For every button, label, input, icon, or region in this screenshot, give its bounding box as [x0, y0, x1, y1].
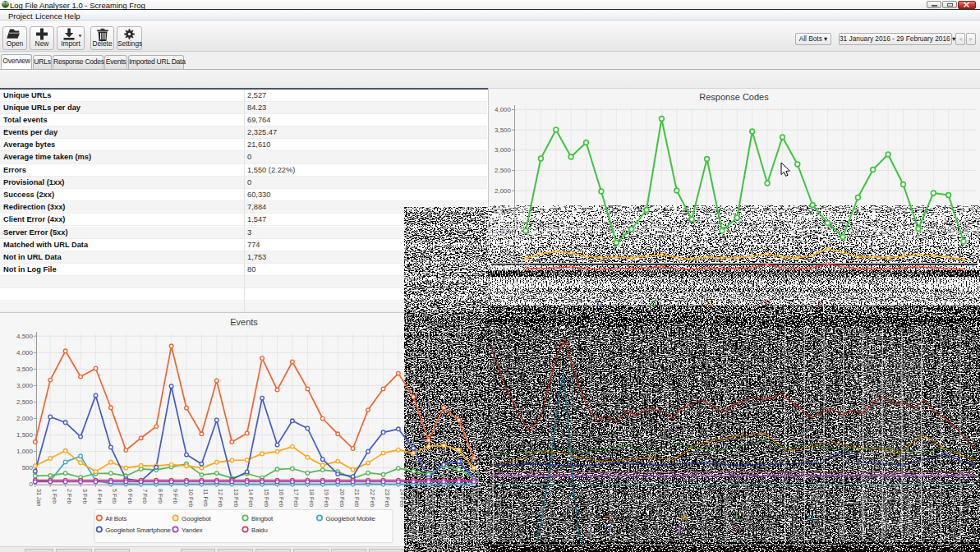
- svg-text:4,000: 4,000: [16, 349, 34, 356]
- svg-text:5 Feb: 5 Feb: [111, 489, 118, 504]
- svg-text:19 Feb: 19 Feb: [323, 489, 330, 507]
- svg-text:1,000: 1,000: [16, 448, 34, 455]
- svg-text:14 Feb: 14 Feb: [247, 489, 255, 507]
- svg-text:12 Feb: 12 Feb: [217, 489, 224, 507]
- svg-text:15 Feb: 15 Feb: [263, 489, 270, 507]
- svg-text:21 Feb: 21 Feb: [353, 489, 361, 507]
- svg-text:10 Feb: 10 Feb: [187, 489, 195, 507]
- svg-text:7 Feb: 7 Feb: [141, 489, 149, 504]
- svg-text:2,500: 2,500: [16, 398, 34, 406]
- svg-text:2,500: 2,500: [495, 167, 512, 174]
- svg-text:500: 500: [22, 464, 34, 472]
- svg-text:16 Feb: 16 Feb: [278, 489, 285, 507]
- svg-text:18 Feb: 18 Feb: [308, 489, 315, 507]
- svg-text:Yandex: Yandex: [182, 527, 203, 534]
- svg-text:4 Feb: 4 Feb: [96, 489, 104, 504]
- svg-text:23 Feb: 23 Feb: [384, 489, 391, 507]
- svg-text:11 Feb: 11 Feb: [202, 489, 209, 507]
- svg-text:22 Feb: 22 Feb: [369, 489, 376, 507]
- svg-text:20 Feb: 20 Feb: [338, 489, 346, 507]
- svg-text:2,000: 2,000: [16, 415, 34, 422]
- svg-text:1,500: 1,500: [16, 431, 34, 439]
- svg-text:Bingbot: Bingbot: [251, 515, 274, 522]
- svg-text:3,000: 3,000: [495, 146, 512, 154]
- svg-text:31 Jan: 31 Jan: [35, 489, 43, 507]
- svg-text:2,000: 2,000: [495, 187, 512, 195]
- svg-text:3 Feb: 3 Feb: [81, 489, 89, 504]
- svg-text:3,500: 3,500: [495, 126, 512, 134]
- svg-text:Googlebot Mobile: Googlebot Mobile: [326, 515, 376, 522]
- svg-text:Googlebot Smartphone: Googlebot Smartphone: [105, 527, 171, 534]
- svg-text:1 Feb: 1 Feb: [51, 489, 58, 504]
- svg-text:6 Feb: 6 Feb: [127, 489, 134, 504]
- svg-text:8 Feb: 8 Feb: [157, 489, 164, 504]
- svg-text:9 Feb: 9 Feb: [172, 489, 179, 504]
- svg-text:3,500: 3,500: [16, 366, 34, 373]
- svg-text:3,000: 3,000: [16, 382, 34, 389]
- svg-text:Googlebot: Googlebot: [182, 515, 211, 522]
- svg-text:17 Feb: 17 Feb: [292, 489, 300, 507]
- svg-text:All Bots: All Bots: [105, 515, 127, 522]
- svg-text:4,500: 4,500: [16, 333, 34, 340]
- svg-text:2 Feb: 2 Feb: [66, 489, 73, 504]
- svg-text:13 Feb: 13 Feb: [232, 489, 240, 507]
- svg-text:0: 0: [30, 481, 34, 488]
- svg-text:4,000: 4,000: [495, 106, 512, 113]
- svg-text:Baidu: Baidu: [251, 527, 268, 534]
